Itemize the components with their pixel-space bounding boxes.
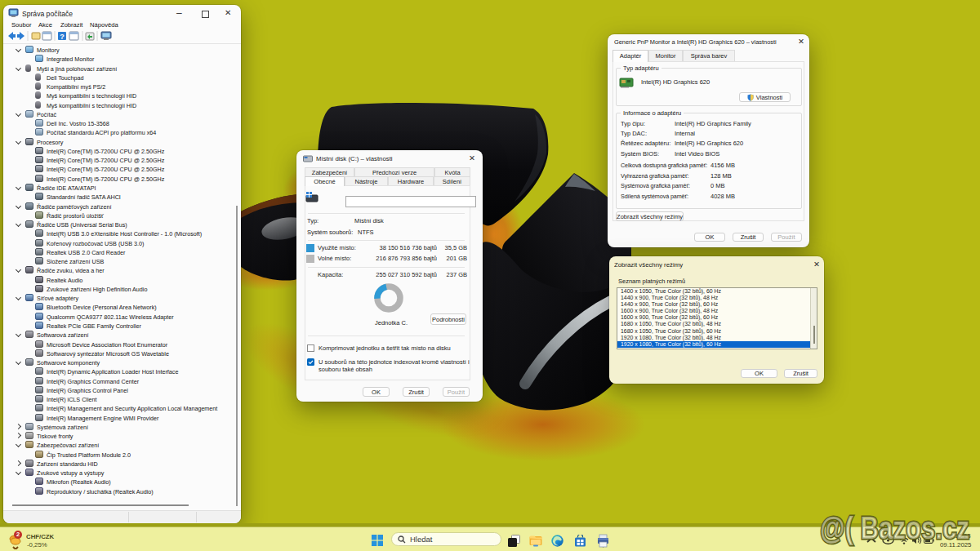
svg-text:?: ? <box>60 33 65 41</box>
